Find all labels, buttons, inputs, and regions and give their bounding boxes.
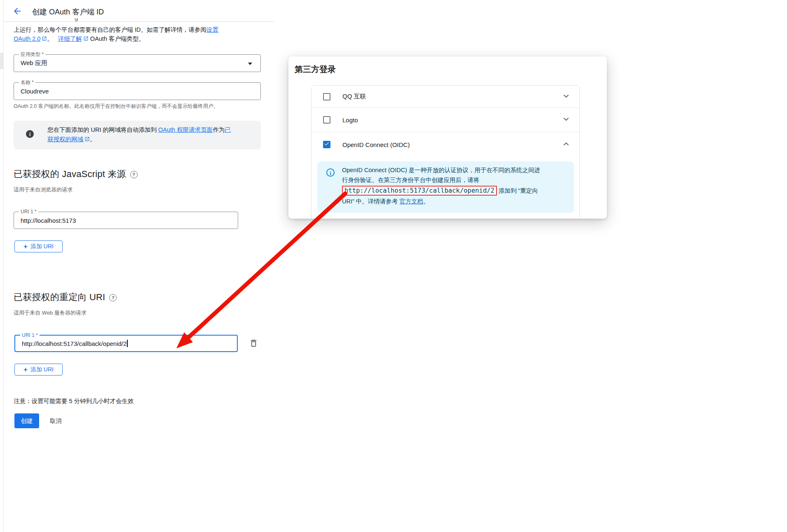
oidc-info-alert: i OpenID Connect (OIDC) 是一种开放的认证协议，用于在不同… bbox=[317, 161, 574, 213]
create-button[interactable]: 创建 bbox=[14, 413, 39, 428]
add-redirect-uri-button[interactable]: + 添加 URI bbox=[14, 364, 63, 376]
external-link-icon[interactable] bbox=[84, 135, 90, 140]
app-type-select[interactable]: 应用类型 * Web 应用 bbox=[14, 54, 261, 72]
alert-text-end: 。 bbox=[423, 198, 429, 205]
redirect-uris-subtitle: 适用于来自 Web 服务器的请求 bbox=[14, 309, 87, 317]
header-divider bbox=[3, 21, 274, 22]
page: 创建 OAuth 客户端 ID g 上运行，那么每个平台都需要有自己的客户端 I… bbox=[0, 0, 787, 532]
add-uri-label: 添加 URI bbox=[30, 366, 54, 373]
cancel-button[interactable]: 取消 bbox=[50, 417, 62, 425]
chevron-down-icon[interactable] bbox=[561, 114, 571, 126]
alert-line: http://localhost:5173/callback/openid/2 … bbox=[342, 185, 571, 196]
content-left-border bbox=[3, 0, 4, 532]
provider-row-logto[interactable]: Logto bbox=[312, 107, 579, 132]
text-cursor bbox=[127, 340, 128, 347]
info-icon: i bbox=[26, 130, 34, 138]
js-origins-heading: 已获授权的 JavaScript 来源? bbox=[14, 168, 138, 180]
provider-label: OpenID Connect (OIDC) bbox=[342, 141, 561, 148]
trash-icon bbox=[249, 342, 258, 349]
redirect-uris-heading: 已获授权的重定向 URI? bbox=[14, 291, 117, 303]
provider-row-qq[interactable]: QQ 互联 bbox=[312, 86, 579, 107]
authorized-domains-link-2[interactable]: 获授权的网域 bbox=[47, 136, 83, 142]
alert-line: 行身份验证。在第三方身份平台中创建应用后，请将 bbox=[342, 175, 571, 185]
intro-paragraph: 上运行，那么每个平台都需要有自己的客户端 ID。如需了解详情，请参阅设置 OAu… bbox=[14, 25, 265, 43]
provider-label: QQ 互联 bbox=[342, 93, 561, 100]
notice-text-3: 。 bbox=[90, 136, 96, 142]
plus-icon: + bbox=[23, 366, 28, 373]
notice-text: 您在下面添加的 URI 的网域将自动添加到 bbox=[47, 126, 158, 133]
intro-sep: 。 bbox=[47, 35, 53, 42]
oauth-consent-link[interactable]: OAuth 权限请求页面 bbox=[158, 126, 213, 133]
alert-line: OpenID Connect (OIDC) 是一种开放的认证协议，用于在不同的系… bbox=[342, 165, 571, 175]
provider-row-oidc[interactable]: OpenID Connect (OIDC) bbox=[312, 132, 579, 157]
chevron-down-icon[interactable] bbox=[561, 91, 571, 103]
external-link-icon[interactable] bbox=[42, 35, 47, 40]
chevron-up-icon[interactable] bbox=[561, 139, 571, 150]
js-origin-uri-value: http://localhost:5173 bbox=[21, 217, 76, 224]
clipped-text-fragment: g bbox=[75, 18, 80, 23]
redirect-uris-title: 已获授权的重定向 URI bbox=[14, 292, 105, 302]
callback-url-code: http://localhost:5173/callback/openid/2 bbox=[342, 186, 497, 196]
plus-icon: + bbox=[23, 243, 28, 250]
checkbox-oidc[interactable] bbox=[323, 141, 330, 148]
checkbox-logto[interactable] bbox=[323, 116, 330, 124]
checkbox-qq[interactable] bbox=[323, 93, 330, 100]
page-title: 创建 OAuth 客户端 ID bbox=[32, 7, 104, 17]
learn-more-link[interactable]: 详细了解 bbox=[58, 35, 82, 42]
panel-title: 第三方登录 bbox=[295, 64, 336, 75]
notice-text-2: 作为 bbox=[213, 126, 225, 133]
app-type-value: Web 应用 bbox=[21, 59, 47, 67]
js-origins-subtitle: 适用于来自浏览器的请求 bbox=[14, 186, 73, 194]
official-docs-link[interactable]: 官方文档 bbox=[399, 198, 423, 205]
chevron-down-icon[interactable] bbox=[248, 63, 252, 65]
client-name-value: Cloudreve bbox=[21, 88, 49, 95]
help-circle-icon[interactable]: ? bbox=[109, 294, 117, 301]
authorized-domains-link[interactable]: 已 bbox=[225, 126, 231, 133]
intro-text: 上运行，那么每个平台都需要有自己的客户端 ID。如需了解详情，请参阅 bbox=[14, 26, 206, 33]
alert-text: URI” 中。详情请参考 bbox=[342, 198, 399, 205]
alert-line: URI” 中。详情请参考 官方文档。 bbox=[342, 196, 571, 206]
setup-oauth-link-2[interactable]: OAuth 2.0 bbox=[14, 35, 40, 42]
back-button[interactable] bbox=[12, 6, 22, 16]
delete-uri-button[interactable] bbox=[249, 338, 258, 350]
provider-label: Logto bbox=[342, 117, 561, 124]
info-circle-icon: i bbox=[326, 168, 335, 177]
redirect-uri-field[interactable]: URI 1 * http://localhost:5173/callback/o… bbox=[14, 335, 238, 352]
js-origin-uri-field[interactable]: URI 1 * http://localhost:5173 bbox=[14, 212, 238, 229]
js-origin-uri-label: URI 1 * bbox=[19, 209, 38, 215]
checkmark-icon bbox=[324, 141, 330, 148]
intro-text-2: OAuth 客户端类型。 bbox=[90, 35, 145, 42]
propagation-note: 注意：设置可能需要 5 分钟到几小时才会生效 bbox=[14, 397, 134, 406]
nav-remnant bbox=[0, 53, 4, 69]
app-type-label: 应用类型 * bbox=[19, 51, 45, 57]
js-origins-title: 已获授权的 JavaScript 来源 bbox=[14, 169, 126, 179]
alert-text-after-code: 添加到 “重定向 bbox=[497, 187, 538, 194]
setup-oauth-link[interactable]: 设置 bbox=[206, 26, 218, 33]
client-name-field[interactable]: 名称 * Cloudreve bbox=[14, 82, 261, 100]
external-link-icon[interactable] bbox=[83, 35, 89, 40]
redirect-uri-label: URI 1 * bbox=[20, 332, 40, 338]
client-name-helper: OAuth 2.0 客户端的名称。此名称仅用于在控制台中标识客户端，而不会显示给… bbox=[14, 103, 265, 110]
client-name-label: 名称 * bbox=[19, 79, 35, 85]
domains-notice: i 您在下面添加的 URI 的网域将自动添加到 OAuth 权限请求页面作为已 … bbox=[14, 121, 261, 149]
add-uri-label: 添加 URI bbox=[30, 243, 54, 250]
redirect-uri-value: http://localhost:5173/callback/openid/2 bbox=[22, 340, 126, 347]
help-circle-icon[interactable]: ? bbox=[130, 171, 138, 178]
add-js-origin-uri-button[interactable]: + 添加 URI bbox=[14, 240, 63, 252]
back-arrow-icon bbox=[12, 10, 22, 17]
